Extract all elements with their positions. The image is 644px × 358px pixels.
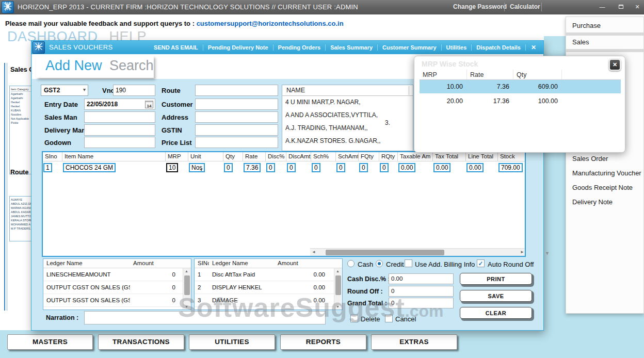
menu-pending-delivery-note[interactable]: Pending Delivery Note [203,44,273,51]
customer-list-item[interactable]: 4 U MINI MART,P. NAGAR, [282,96,413,109]
scrollbar-thumb[interactable] [184,275,190,295]
print-button[interactable]: PRINT [460,273,532,285]
list-item: ALWAYE [11,198,34,202]
ledger-row[interactable]: LINESCHEMEAMOUNT 0 [43,268,191,281]
scrollbar-thumb[interactable] [326,250,444,255]
tab-search[interactable]: Search [109,58,154,74]
gstin-field[interactable] [195,124,278,136]
sidebar-item-sales[interactable]: Sales [566,36,643,49]
grid-horizontal-scrollbar[interactable]: ◄ ► [310,248,526,256]
cell-unit-combo[interactable]: Nos▾ [189,163,205,172]
ledger-row[interactable]: OUTPUT SGST ON SALES (GST 18%) 0 [43,294,191,307]
sidebar-item-manufacturing-voucher[interactable]: Manufacturing Voucher [566,167,643,180]
cell-sch-amt[interactable]: 0 [336,163,345,172]
scrollbar-thumb[interactable] [335,275,341,295]
entry-date-field[interactable]: 22/05/2018 14 [84,99,155,110]
customer-field[interactable] [195,99,278,110]
ledger-sino: 4 [195,307,209,310]
dialog-title: SALES VOUCHERS [49,43,112,51]
ledger-row[interactable]: 4 DISPLAY NOODLES [195,307,342,310]
address-field[interactable] [195,111,278,123]
price-list-field[interactable] [195,137,278,148]
minimize-button-icon[interactable]: — [597,3,608,11]
clear-button[interactable]: CLEAR [460,307,532,319]
scroll-up-icon[interactable]: ▲ [185,269,188,273]
calculator-menu[interactable]: Calculator [510,3,540,10]
cash-disc-field[interactable]: 0.00 [389,273,454,284]
cell-tax-total[interactable]: 0.00 [433,163,450,172]
menu-utilities[interactable]: Utilities [442,44,472,51]
sidebar-item-sales-order[interactable]: Sales Order [566,152,643,166]
utilities-button[interactable]: UTILITIES [189,334,275,350]
popup-close-icon[interactable]: ✕ [609,59,621,71]
route-field[interactable] [195,85,278,96]
delete-checkbox[interactable] [350,315,358,322]
menu-dispatch-details[interactable]: Dispatch Details [472,44,526,51]
cell-disc-pct[interactable]: 0 [266,163,275,172]
scroll-left-icon[interactable]: ◄ [312,250,316,254]
vno-field[interactable]: 190 [113,85,155,96]
menu-customer-summary[interactable]: Customer Summary [378,44,442,51]
menu-pending-orders[interactable]: Pending Orders [273,44,326,51]
grand-total-field[interactable]: 0 [389,298,454,308]
auto-round-off-checkbox[interactable]: ✓ [477,259,485,267]
list-item: Not Applicable [11,117,34,121]
save-button[interactable]: SAVE [460,290,532,302]
sidebar-item-delivery-note[interactable]: Delivery Note [566,196,643,209]
cell-stock[interactable]: 709.00 [498,163,523,172]
customer-list-item[interactable]: A.K.NAZAR STORES. G.NAGAR,, [282,135,413,148]
sidebar-item-purchase[interactable]: Purchase [566,19,643,32]
cell-fqty[interactable]: 0 [359,163,368,172]
ledger-row[interactable]: 1 Disc AftTax Paid 0.00 [195,268,342,281]
cell-qty[interactable]: 0 [224,163,233,172]
maximize-button-icon[interactable] [615,3,626,11]
cell-line-total[interactable]: 0.00 [466,163,484,172]
reports-button[interactable]: REPORTS [280,334,366,350]
masters-button[interactable]: MASTERS [7,334,93,350]
menu-send-as-email[interactable]: SEND AS EMAIL [149,44,203,51]
narration-field[interactable] [84,311,326,324]
cell-disc-amt[interactable]: 0 [287,163,296,172]
stock-row-selected[interactable]: 10.00 7.36 609.00 [420,80,621,93]
scroll-right-icon[interactable]: ► [520,250,524,254]
ledger-row[interactable]: 3 DAMAGE 0.00 [195,294,342,307]
round-off-field[interactable]: 0 [389,286,454,297]
credit-radio[interactable] [376,260,383,267]
cell-sino[interactable]: 1 [43,163,52,172]
menu-sales-summary[interactable]: Sales Summary [326,44,378,51]
dialog-close-icon[interactable]: ✕ [526,44,541,51]
cancel-checkbox[interactable] [385,315,393,322]
scroll-down-icon[interactable]: ▼ [336,305,340,308]
stock-row[interactable]: 20.00 17.36 100.00 [420,94,621,108]
customer-list-item[interactable]: A.J. TRADING, THAMANAM,, [282,122,413,135]
use-add-billing-checkbox[interactable] [405,259,412,267]
customer-list-item[interactable]: A AND A ASSOCIATES,VYTTILA, [282,109,413,122]
support-email-link[interactable]: customersupport@horizontechsolutions.co.… [197,20,344,27]
delivery-man-field[interactable] [84,124,155,136]
close-button-icon[interactable]: ✕ [632,3,643,11]
ledger-row[interactable]: OUTPUT CGST ON SALES (GST 18%) 0 [43,281,191,294]
sales-man-field[interactable] [84,111,155,123]
ledger-left-scrollbar[interactable]: ▲ ▼ [183,268,191,310]
tab-add-new[interactable]: Add New [45,58,102,74]
voucher-type-combo[interactable]: GST2 ▾ [41,85,88,96]
customer-list-item[interactable]: A.M.BAKERS,PANANGAD,PANANGAD [282,148,413,151]
extras-button[interactable]: EXTRAS [371,334,457,350]
cell-mrp[interactable]: 10 [166,163,178,172]
transactions-button[interactable]: TRANSACTIONS [98,334,184,350]
dialog-logo-icon [33,41,45,54]
calendar-icon[interactable]: 14 [145,101,153,108]
sidebar-item-goods-receipt-note[interactable]: Goods Receipt Note [566,181,643,194]
scroll-up-icon[interactable]: ▲ [336,269,340,273]
ledger-row[interactable]: 2 DISPLAY HENKEL 0.00 [195,281,342,294]
cell-rqty[interactable]: 0 [380,163,389,172]
cell-item-name[interactable]: CHOCOS 24 GM [63,163,116,172]
change-password-menu[interactable]: Change Password [453,3,507,10]
godown-field[interactable] [84,137,155,148]
cell-rate[interactable]: 7.36 [244,163,261,172]
scroll-down-icon[interactable]: ▼ [185,305,188,308]
ledger-right-scrollbar[interactable]: ▲ ▼ [334,268,342,310]
cell-sch-pct[interactable]: 0 [312,163,320,172]
cash-radio[interactable] [347,260,355,267]
cell-taxable-amt[interactable]: 0.00 [398,163,415,172]
